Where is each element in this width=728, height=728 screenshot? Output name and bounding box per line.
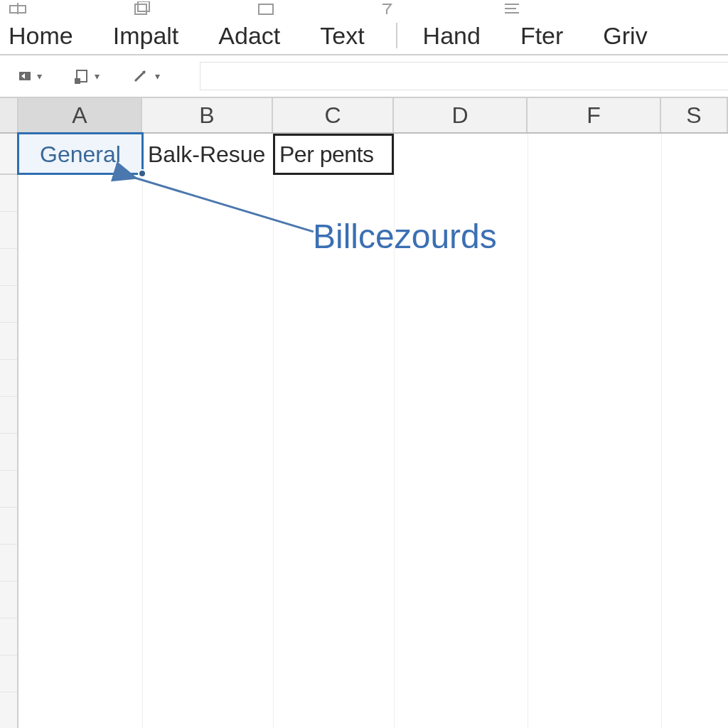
ribbon-icon-3 — [255, 1, 279, 16]
cell-area[interactable]: General Balk-Resue Per pents — [18, 134, 728, 728]
row-header-10[interactable] — [0, 471, 17, 508]
column-header-A[interactable]: A — [18, 98, 142, 132]
tab-home[interactable]: Home — [4, 17, 77, 54]
tab-separator — [396, 23, 397, 48]
chevron-down-icon: ▾ — [95, 70, 100, 82]
row-header-4[interactable] — [0, 249, 17, 286]
svg-rect-2 — [135, 4, 146, 14]
row-header-gutter — [0, 134, 18, 728]
column-header-S[interactable]: S — [661, 98, 728, 132]
svg-rect-9 — [75, 78, 80, 84]
column-header-B[interactable]: B — [142, 98, 273, 132]
svg-rect-3 — [138, 1, 149, 11]
column-header-C[interactable]: C — [273, 98, 394, 132]
row-header-1[interactable] — [0, 134, 17, 175]
ribbon-icon-5 — [502, 1, 526, 16]
row-header-3[interactable] — [0, 212, 17, 249]
select-all-corner[interactable] — [0, 98, 18, 132]
qat-button-3[interactable]: ▾ — [132, 68, 160, 84]
tab-text[interactable]: Text — [316, 17, 368, 54]
row-header-8[interactable] — [0, 397, 17, 434]
spreadsheet: A B C D F S — [0, 98, 728, 728]
tab-impalt[interactable]: Impalt — [109, 17, 183, 54]
row-header-12[interactable] — [0, 545, 17, 582]
cell-A1[interactable]: General — [18, 134, 142, 175]
row-header-13[interactable] — [0, 582, 17, 619]
row-header-5[interactable] — [0, 286, 17, 323]
row-header-9[interactable] — [0, 434, 17, 471]
tab-griv[interactable]: Griv — [599, 17, 651, 54]
row-header-7[interactable] — [0, 360, 17, 397]
svg-rect-4 — [259, 4, 273, 14]
tab-hand[interactable]: Hand — [419, 17, 485, 54]
row-header-11[interactable] — [0, 508, 17, 545]
tab-adact[interactable]: Adact — [214, 17, 284, 54]
column-header-row: A B C D F S — [0, 98, 728, 134]
row-header-14[interactable] — [0, 619, 17, 655]
cell-B1-value: Balk-Resue — [148, 141, 265, 168]
chevron-down-icon: ▾ — [37, 70, 42, 82]
ribbon-icon-1 — [7, 1, 31, 16]
ribbon-icon-strip — [0, 0, 728, 17]
ribbon-icon-4 — [378, 1, 402, 16]
cell-C1[interactable]: Per pents — [273, 134, 394, 175]
row-header-2[interactable] — [0, 175, 17, 212]
cell-B1[interactable]: Balk-Resue — [142, 134, 273, 175]
row-header-15[interactable] — [0, 655, 17, 692]
ribbon-icon-2 — [131, 1, 155, 16]
column-header-F[interactable]: F — [528, 98, 661, 132]
chevron-down-icon: ▾ — [155, 70, 160, 82]
formula-bar[interactable] — [200, 62, 728, 90]
column-header-D[interactable]: D — [394, 98, 528, 132]
row-header-6[interactable] — [0, 323, 17, 360]
cell-C1-value: Per pents — [279, 141, 373, 168]
ribbon-tabs: Home Impalt Adact Text Hand Fter Griv — [0, 17, 728, 55]
cell-A1-value: General — [40, 141, 121, 168]
row-1: General Balk-Resue Per pents — [18, 134, 394, 175]
qat-button-1[interactable]: ▾ — [17, 70, 42, 82]
qat-button-2[interactable]: ▾ — [75, 68, 100, 84]
quick-access-bar: ▾ ▾ ▾ — [0, 55, 728, 98]
tab-fter[interactable]: Fter — [516, 17, 567, 54]
